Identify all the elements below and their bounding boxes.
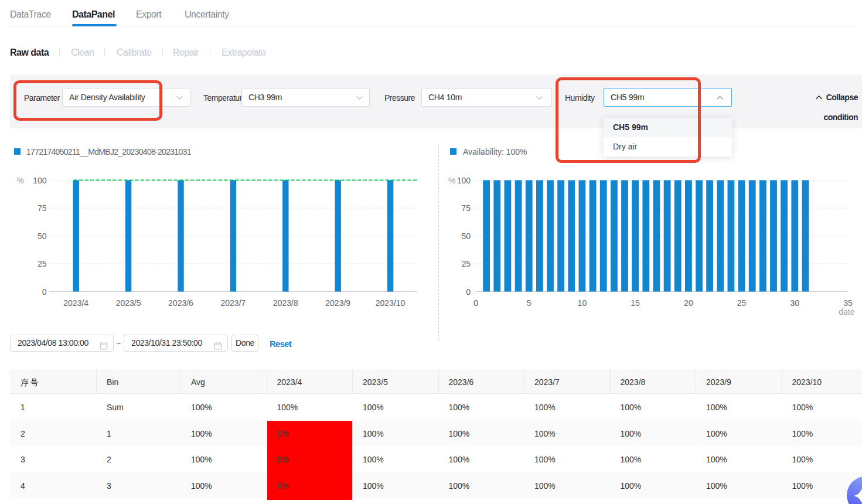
svg-text:20: 20 — [684, 298, 693, 308]
svg-text:2023/4: 2023/4 — [63, 298, 88, 308]
svg-text:2023/6: 2023/6 — [168, 298, 193, 308]
svg-text:2023/9: 2023/9 — [325, 298, 350, 308]
svg-text:25: 25 — [461, 259, 471, 268]
svg-text:100: 100 — [457, 176, 471, 185]
svg-text:%: % — [448, 176, 455, 185]
svg-text:2023/7: 2023/7 — [220, 298, 246, 308]
svg-text:2023/8: 2023/8 — [273, 298, 298, 308]
svg-text:100: 100 — [33, 176, 47, 185]
svg-text:35: 35 — [843, 298, 853, 308]
svg-text:50: 50 — [38, 231, 47, 241]
svg-text:75: 75 — [461, 203, 471, 213]
svg-text:1772174050211__MdMBJ2_20230408: 1772174050211__MdMBJ2_20230408-20231031 — [26, 147, 192, 156]
svg-text:%: % — [17, 176, 24, 185]
svg-text:0: 0 — [473, 298, 478, 308]
svg-text:75: 75 — [38, 203, 47, 213]
svg-text:2023/5: 2023/5 — [116, 298, 141, 308]
svg-text:30: 30 — [791, 298, 800, 308]
svg-text:0: 0 — [466, 287, 471, 297]
svg-text:date: date — [839, 307, 854, 316]
svg-text:15: 15 — [631, 298, 640, 308]
svg-text:2023/10: 2023/10 — [376, 298, 406, 308]
svg-text:50: 50 — [461, 231, 471, 241]
svg-text:Availability: 100%: Availability: 100% — [463, 147, 527, 156]
svg-text:10: 10 — [578, 298, 587, 308]
svg-text:5: 5 — [527, 298, 531, 308]
svg-text:0: 0 — [42, 287, 47, 297]
svg-text:25: 25 — [737, 298, 747, 308]
svg-text:25: 25 — [38, 259, 47, 268]
